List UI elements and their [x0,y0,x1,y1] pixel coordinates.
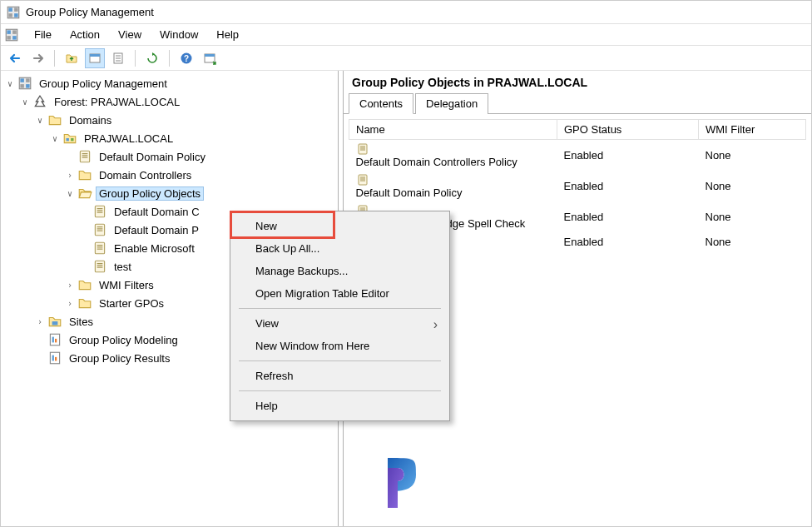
tree-item-label: Starter GPOs [96,296,167,311]
context-menu-refresh[interactable]: Refresh [232,365,448,387]
scroll-icon [356,142,369,156]
cell-status: Enabled [557,140,699,172]
expand-icon[interactable]: › [64,297,76,309]
folder-icon [47,112,62,127]
tree-item-label: Enable Microsoft [111,241,198,256]
report-icon [47,351,62,365]
context-menu-separator [239,390,441,391]
tree-item-label: Domain Controllers [96,168,195,182]
folder-icon [77,277,92,292]
table-row[interactable]: Default Domain Controllers PolicyEnabled… [349,140,806,172]
collapse-icon[interactable]: ∨ [4,77,16,89]
tree-group-policy-objects[interactable]: ∨ Group Policy Objects [61,184,338,202]
refresh-button[interactable] [142,48,162,68]
menu-view[interactable]: View [110,27,150,42]
mmc-icon [4,27,19,42]
scroll-icon [356,173,369,186]
table-row[interactable]: Default Domain PolicyEnabledNone [349,171,806,201]
tree-item-label: Default Domain C [111,205,203,219]
tree-domain[interactable]: ∨ PRAJWAL.LOCAL [46,129,338,147]
expand-icon[interactable]: › [64,279,76,291]
context-menu: NewBack Up All...Manage Backups...Open M… [230,211,450,421]
menu-file[interactable]: File [26,27,60,42]
properties-button[interactable] [108,48,128,68]
context-menu-help[interactable]: Help [232,395,448,417]
tree-root[interactable]: ∨ Group Policy Management [1,74,338,92]
tree-forest-label: Forest: PRAJWAL.LOCAL [51,95,183,109]
tree-domains-label: Domains [66,113,115,127]
context-menu-open-migration-table-editor[interactable]: Open Migration Table Editor [232,282,448,305]
toolbar [1,46,811,71]
show-hide-tree-button[interactable] [85,48,105,68]
cell-status: Enabled [557,171,699,201]
app-icon [6,5,21,20]
cell-name: Default Domain Controllers Policy [356,156,517,168]
toolbar-separator [54,50,55,67]
menubar: File Action View Window Help [1,24,811,46]
back-button[interactable] [4,48,24,68]
window-title: Group Policy Management [26,6,154,18]
right-title: Group Policy Objects in PRAJWAL.LOCAL [344,71,811,92]
menu-help[interactable]: Help [208,27,247,42]
collapse-icon[interactable]: ∨ [34,114,46,126]
folder-open-icon [77,186,92,201]
cell-wmi: None [699,171,806,201]
cell-wmi: None [699,232,806,251]
cell-status: Enabled [557,201,699,232]
tab-delegation[interactable]: Delegation [415,93,488,114]
toolbar-separator [135,50,136,67]
sites-icon [47,314,62,329]
scroll-icon [92,222,107,237]
tree-gpo-label: Group Policy Objects [96,186,204,201]
scroll-icon [92,259,107,274]
cell-wmi: None [699,201,806,232]
tree-item-label: Group Policy Results [66,351,173,365]
context-menu-manage-backups-[interactable]: Manage Backups... [232,260,448,282]
tree-forest[interactable]: ∨ Forest: PRAJWAL.LOCAL [16,92,338,111]
context-menu-new-window-from-here[interactable]: New Window from Here [232,335,448,357]
expand-icon[interactable]: › [64,169,76,181]
tree-item-label: Default Domain Policy [96,150,209,164]
tree-domain-controllers[interactable]: ›Domain Controllers [61,166,338,184]
col-wmi[interactable]: WMI Filter [699,120,806,140]
help-button-toolbar[interactable] [176,48,196,68]
scroll-icon [77,149,92,164]
context-menu-view[interactable]: View [232,312,448,335]
tree-domains[interactable]: ∨ Domains [31,111,338,129]
col-status[interactable]: GPO Status [557,120,699,140]
col-name[interactable]: Name [349,120,557,140]
context-menu-separator [239,360,441,361]
toolbar-separator [169,50,170,67]
menu-action[interactable]: Action [62,27,108,42]
expand-icon[interactable]: › [34,316,46,327]
collapse-icon[interactable]: ∨ [64,187,76,199]
up-button[interactable] [62,48,82,68]
gpm-icon [17,76,32,91]
cell-name: Default Domain Policy [356,186,463,199]
action-button[interactable] [200,48,220,68]
collapse-icon[interactable]: ∨ [19,96,31,107]
tree-item-label: WMI Filters [96,278,157,292]
tree-item-label: Sites [66,315,97,329]
scroll-icon [92,204,107,219]
cell-wmi: None [699,140,806,172]
tree-root-label: Group Policy Management [36,77,171,91]
folder-icon [77,296,92,311]
forward-button[interactable] [27,48,47,68]
titlebar: Group Policy Management [1,1,811,24]
context-menu-separator [239,308,441,309]
folder-icon [77,167,92,182]
watermark-logo [373,451,429,511]
tree-item-label: test [111,260,135,274]
collapse-icon[interactable]: ∨ [49,132,61,144]
tab-contents[interactable]: Contents [349,93,413,114]
menu-window[interactable]: Window [151,27,206,42]
context-menu-back-up-all-[interactable]: Back Up All... [232,237,448,260]
tabs: Contents Delegation [344,92,811,114]
context-menu-new[interactable]: New [232,215,448,237]
domain-icon [62,131,77,146]
cell-status: Enabled [557,232,699,251]
tree-default-domain-policy[interactable]: Default Domain Policy [61,147,338,166]
scroll-icon [92,241,107,256]
report-icon [47,332,62,347]
